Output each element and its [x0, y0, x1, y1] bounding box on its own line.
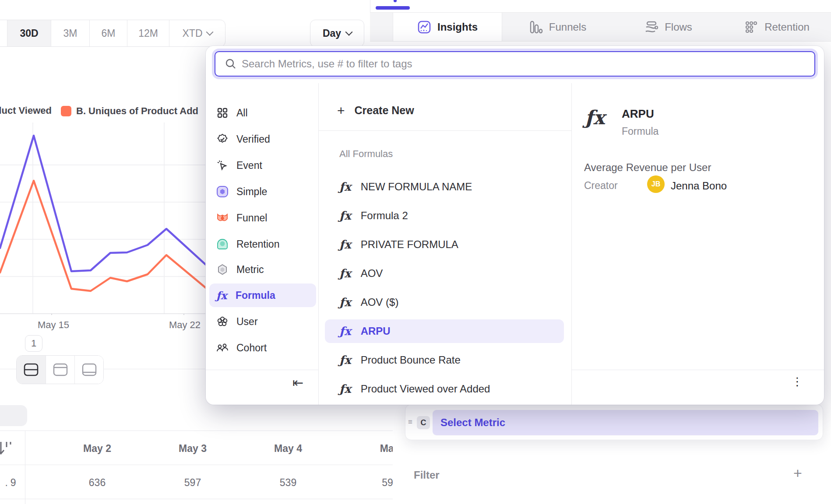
- table-cell-may5-clipped: 59: [355, 477, 393, 489]
- tab-funnels[interactable]: Funnels: [502, 13, 613, 41]
- time-range-30d-button[interactable]: 30D: [7, 20, 51, 46]
- layout-split-button[interactable]: [17, 356, 46, 384]
- table-header-may3[interactable]: May 3: [160, 443, 225, 455]
- user-flower-icon: [216, 316, 229, 327]
- layout-bottom-button[interactable]: [74, 356, 103, 384]
- chevron-down-icon: [345, 28, 353, 36]
- layout-top-icon: [53, 363, 68, 376]
- tab-indicator-bar: [376, 6, 410, 10]
- formula-item-label: Product Bounce Rate: [361, 354, 461, 366]
- tab-retention[interactable]: Retention: [723, 13, 831, 41]
- fx-icon: ƒx: [339, 238, 351, 251]
- time-range-partial-button[interactable]: [0, 20, 7, 46]
- collapse-sidebar-icon[interactable]: ⇤: [292, 375, 303, 390]
- time-range-3m-button[interactable]: 3M: [51, 20, 89, 46]
- detail-title: ARPU: [622, 107, 654, 121]
- fx-icon: ƒx: [339, 325, 351, 338]
- category-event[interactable]: Event: [210, 155, 315, 176]
- search-icon: [225, 58, 236, 70]
- legend-a-label: duct Viewed: [0, 105, 52, 116]
- line-chart[interactable]: [0, 122, 206, 315]
- search-input[interactable]: [242, 58, 793, 70]
- table-header-may5-clipped[interactable]: May: [357, 443, 393, 455]
- sidebar-footer-divider: [206, 370, 318, 370]
- chevron-down-icon: [206, 28, 213, 36]
- category-retention[interactable]: Retention: [210, 234, 315, 255]
- tab-insights-label: Insights: [437, 21, 478, 33]
- kebab-menu-icon[interactable]: ⋮: [792, 375, 803, 388]
- time-range-xtd-label: XTD: [183, 28, 203, 39]
- table-header-may2[interactable]: May 2: [64, 443, 130, 455]
- table-first-col-divider: [25, 430, 25, 504]
- detail-footer-divider: [571, 370, 824, 370]
- fx-icon: ƒx: [339, 180, 351, 193]
- legend-item-a[interactable]: duct Viewed: [0, 105, 52, 118]
- category-funnel[interactable]: Funnel: [210, 207, 315, 228]
- create-new-button[interactable]: + Create New: [337, 104, 414, 117]
- formula-item-label: ARPU: [361, 325, 391, 337]
- sort-descending-icon[interactable]: [0, 438, 14, 458]
- formula-item-1[interactable]: ƒx Formula 2: [324, 203, 565, 228]
- category-cohort-label: Cohort: [236, 342, 267, 354]
- formula-item-4[interactable]: ƒx AOV ($): [324, 290, 565, 315]
- category-all-label: All: [236, 107, 248, 119]
- time-range-12m-button[interactable]: 12M: [127, 20, 169, 46]
- table-cell-clipped: .9: [0, 477, 45, 489]
- plus-icon: +: [337, 105, 345, 116]
- table-header-may4[interactable]: May 4: [255, 443, 321, 455]
- category-user[interactable]: User: [210, 311, 315, 332]
- category-verified[interactable]: Verified: [210, 129, 315, 150]
- layout-top-button[interactable]: [46, 356, 74, 384]
- fx-icon: ƒx: [339, 267, 351, 280]
- creator-name: Jenna Bono: [671, 180, 727, 192]
- formula-item-3[interactable]: ƒx AOV: [324, 261, 565, 286]
- formula-item-arpu-selected[interactable]: ƒx ARPU: [324, 319, 565, 343]
- category-metric[interactable]: Metric: [210, 259, 315, 280]
- tab-flows[interactable]: Flows: [613, 13, 723, 41]
- active-nav-tick: [394, 0, 397, 2]
- table-corner-pill[interactable]: [0, 405, 27, 426]
- category-formula-selected[interactable]: ƒx Formula: [209, 284, 316, 307]
- table-cell-may3: 597: [160, 477, 225, 489]
- category-cohort[interactable]: Cohort: [210, 337, 315, 358]
- category-funnel-label: Funnel: [236, 212, 267, 224]
- page-1-button[interactable]: 1: [25, 335, 42, 352]
- granularity-dropdown[interactable]: Day: [310, 20, 364, 47]
- category-simple[interactable]: Simple: [210, 181, 315, 202]
- category-verified-label: Verified: [236, 133, 270, 145]
- formula-item-7[interactable]: ƒx Product Viewed over Added: [324, 377, 565, 401]
- formula-item-0[interactable]: ƒx NEW FORMULA NAME: [324, 175, 565, 199]
- layout-switcher: [16, 355, 104, 384]
- retention-dots-icon: [744, 20, 758, 34]
- formula-item-2[interactable]: ƒx PRIVATE FORMULA: [324, 232, 565, 257]
- category-all[interactable]: All: [210, 102, 315, 123]
- metric-picker-modal: All Verified Event Simple Funnel: [206, 46, 824, 405]
- fx-icon: ƒx: [339, 209, 351, 222]
- cohort-people-icon: [216, 342, 229, 354]
- layout-split-icon: [24, 363, 39, 376]
- category-simple-label: Simple: [236, 186, 267, 198]
- select-metric-field[interactable]: Select Metric: [433, 410, 818, 435]
- formula-detail-fx-icon: ƒx: [585, 106, 605, 129]
- metric-hexagon-icon: [216, 264, 229, 275]
- create-new-divider: [318, 130, 571, 131]
- add-filter-button[interactable]: +: [793, 465, 802, 482]
- formula-item-label: AOV: [361, 267, 383, 280]
- x-axis-tick-may22: May 22: [158, 319, 211, 331]
- time-range-6m-button[interactable]: 6M: [89, 20, 127, 46]
- drag-handle-icon[interactable]: ≡: [408, 418, 413, 427]
- creator-avatar: JB: [647, 175, 665, 193]
- tab-funnels-label: Funnels: [549, 21, 586, 33]
- metric-search[interactable]: [215, 51, 815, 77]
- time-range-xtd-button[interactable]: XTD: [169, 20, 225, 46]
- legend-b-label[interactable]: B. Uniques of Product Add: [76, 105, 198, 117]
- category-formula-label: Formula: [236, 290, 275, 301]
- section-header: All Formulas: [339, 148, 393, 160]
- funnel-wings-icon: [216, 212, 229, 224]
- tab-insights[interactable]: Insights: [393, 13, 502, 41]
- select-metric-label: Select Metric: [440, 416, 505, 429]
- list-column-divider: [571, 83, 572, 405]
- simple-hexagon-icon: [216, 186, 229, 197]
- fx-icon: ƒx: [339, 354, 351, 367]
- formula-item-6[interactable]: ƒx Product Bounce Rate: [324, 348, 565, 372]
